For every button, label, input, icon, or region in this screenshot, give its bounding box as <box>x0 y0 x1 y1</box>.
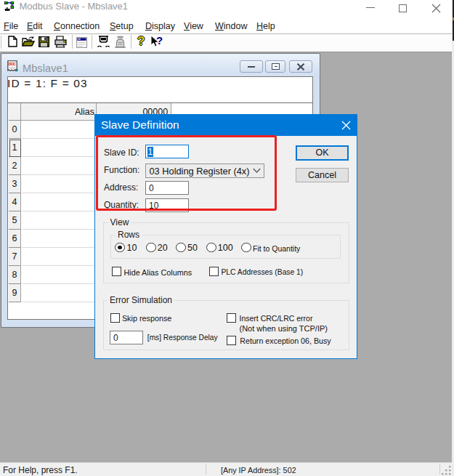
svg-text:DOC: DOC <box>9 62 17 66</box>
